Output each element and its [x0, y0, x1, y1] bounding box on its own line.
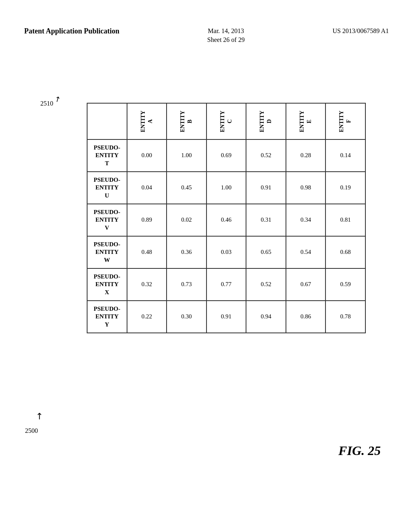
- cell-x-f: 0.59: [325, 268, 365, 301]
- figure-label: FIG. 25: [338, 443, 381, 458]
- page-header: Patent Application Publication Mar. 14, …: [0, 27, 413, 45]
- col-header-entity-b: ENTITYB: [167, 103, 206, 139]
- cell-u-c: 1.00: [206, 172, 246, 204]
- table-row: PSEUDO-ENTITYU 0.04 0.45 1.00 0.91 0.98 …: [87, 172, 365, 204]
- patent-number: US 2013/0067589 A1: [332, 27, 389, 35]
- cell-w-d: 0.65: [246, 236, 286, 268]
- cell-v-e: 0.34: [286, 204, 326, 236]
- row-label-v: PSEUDO-ENTITYV: [87, 204, 127, 236]
- cell-t-d: 0.52: [246, 139, 286, 172]
- cell-u-a: 0.04: [127, 172, 167, 204]
- sheet-info: Mar. 14, 2013 Sheet 26 of 29: [207, 27, 245, 45]
- row-label-x: PSEUDO-ENTITYX: [87, 268, 127, 301]
- cell-x-b: 0.73: [167, 268, 206, 301]
- cell-x-d: 0.52: [246, 268, 286, 301]
- cell-v-a: 0.89: [127, 204, 167, 236]
- cell-v-b: 0.02: [167, 204, 206, 236]
- col-header-entity-e: ENTITYE: [286, 103, 326, 139]
- table-row: PSEUDO-ENTITYY 0.22 0.30 0.91 0.94 0.86 …: [87, 301, 365, 333]
- cell-u-d: 0.91: [246, 172, 286, 204]
- col-header-entity-a: ENTITYA: [127, 103, 167, 139]
- row-label-y: PSEUDO-ENTITYY: [87, 301, 127, 333]
- table-row: PSEUDO-ENTITYT 0.00 1.00 0.69 0.52 0.28 …: [87, 139, 365, 172]
- cell-w-f: 0.68: [325, 236, 365, 268]
- row-label-w: PSEUDO-ENTITYW: [87, 236, 127, 268]
- cell-t-e: 0.28: [286, 139, 326, 172]
- label-2500: 2500: [25, 427, 38, 434]
- cell-t-a: 0.00: [127, 139, 167, 172]
- cell-u-f: 0.19: [325, 172, 365, 204]
- cell-y-e: 0.86: [286, 301, 326, 333]
- cell-v-f: 0.81: [325, 204, 365, 236]
- cell-t-b: 1.00: [167, 139, 206, 172]
- cell-w-a: 0.48: [127, 236, 167, 268]
- corner-cell: [87, 103, 127, 139]
- cell-y-c: 0.91: [206, 301, 246, 333]
- col-header-entity-d: ENTITYD: [246, 103, 286, 139]
- row-label-u: PSEUDO-ENTITYU: [87, 172, 127, 204]
- cell-x-a: 0.32: [127, 268, 167, 301]
- table-row: PSEUDO-ENTITYV 0.89 0.02 0.46 0.31 0.34 …: [87, 204, 365, 236]
- cell-y-f: 0.78: [325, 301, 365, 333]
- cell-w-c: 0.03: [206, 236, 246, 268]
- cell-x-c: 0.77: [206, 268, 246, 301]
- table-row: PSEUDO-ENTITYW 0.48 0.36 0.03 0.65 0.54 …: [87, 236, 365, 268]
- publication-label: Patent Application Publication: [24, 27, 119, 36]
- cell-y-d: 0.94: [246, 301, 286, 333]
- cell-y-a: 0.22: [127, 301, 167, 333]
- table-row: PSEUDO-ENTITYX 0.32 0.73 0.77 0.52 0.67 …: [87, 268, 365, 301]
- col-header-entity-f: ENTITYF: [325, 103, 365, 139]
- cell-w-e: 0.54: [286, 236, 326, 268]
- cell-x-e: 0.67: [286, 268, 326, 301]
- cell-v-d: 0.31: [246, 204, 286, 236]
- arrow-2510: ↗: [53, 94, 63, 105]
- cell-t-c: 0.69: [206, 139, 246, 172]
- arrow-2500: ↗: [33, 410, 45, 422]
- cell-y-b: 0.30: [167, 301, 206, 333]
- cell-u-e: 0.98: [286, 172, 326, 204]
- entity-table: ENTITYA ENTITYB ENTITYC ENTITYD ENTITYE …: [87, 103, 366, 333]
- cell-t-f: 0.14: [325, 139, 365, 172]
- cell-v-c: 0.46: [206, 204, 246, 236]
- col-header-entity-c: ENTITYC: [206, 103, 246, 139]
- label-2510: 2510: [40, 100, 53, 107]
- table-container: ENTITYA ENTITYB ENTITYC ENTITYD ENTITYE …: [63, 103, 342, 333]
- row-label-t: PSEUDO-ENTITYT: [87, 139, 127, 172]
- cell-w-b: 0.36: [167, 236, 206, 268]
- cell-u-b: 0.45: [167, 172, 206, 204]
